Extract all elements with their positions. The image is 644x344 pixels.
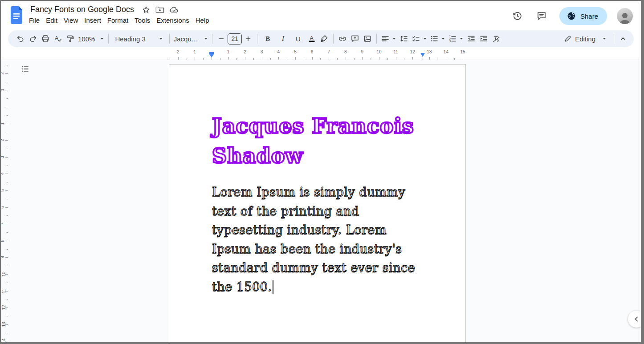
add-comment-button[interactable] [349, 32, 361, 45]
print-icon [41, 34, 50, 43]
underline-icon: U [292, 35, 304, 43]
chevron-down-icon [602, 37, 607, 40]
insert-link-button[interactable] [336, 32, 349, 45]
show-outline-button[interactable] [18, 62, 32, 76]
increase-font-size-button[interactable] [242, 32, 254, 45]
ruler-tick [5, 190, 8, 191]
toolbar-divider [169, 34, 170, 44]
menu-view[interactable]: View [61, 16, 81, 25]
line-spacing-button[interactable] [398, 32, 410, 45]
numbered-list-icon: 123 [448, 34, 457, 43]
right-indent-marker[interactable] [420, 53, 425, 57]
first-line-indent-marker[interactable] [209, 52, 214, 54]
menu-insert[interactable]: Insert [81, 16, 104, 25]
ruler-tick [362, 57, 363, 60]
cloud-check-icon[interactable] [170, 6, 179, 13]
chevron-down-icon [204, 37, 208, 40]
highlight-icon [320, 34, 329, 43]
clear-formatting-button[interactable] [490, 32, 502, 45]
text-color-button[interactable]: A [306, 32, 318, 45]
star-icon[interactable] [142, 6, 150, 14]
redo-button[interactable] [27, 32, 39, 45]
italic-icon: I [277, 35, 289, 43]
document-body-text[interactable]: Lorem Ipsum is simply dummytext of the p… [212, 183, 423, 296]
font-size-input[interactable]: 21 [228, 33, 242, 45]
add-comment-icon [351, 34, 359, 43]
font-family-select[interactable]: Jacqu... [172, 32, 210, 45]
paragraph-styles-select[interactable]: Heading 3 [111, 32, 166, 45]
ruler-tick [7, 299, 8, 299]
ruler-tick [304, 58, 304, 60]
zoom-select[interactable]: 100% [77, 32, 106, 45]
document-page[interactable]: Jacques FrancoisShadow Lorem Ipsum is si… [169, 64, 466, 342]
ruler-number: 4 [277, 49, 280, 54]
paint-format-icon [66, 34, 75, 43]
ruler-tick [7, 316, 8, 316]
editing-mode-select[interactable]: Editing [559, 32, 611, 45]
docs-window: Fancy Fonts on Google Docs FileEditVie [0, 0, 644, 344]
decrease-indent-button[interactable] [465, 32, 477, 45]
ruler-number: 5 [1, 189, 5, 192]
menu-bar: FileEditViewInsertFormatToolsExtensionsH… [26, 16, 212, 25]
font-value: Jacqu... [174, 35, 197, 43]
left-indent-marker[interactable] [209, 54, 214, 57]
hide-menus-button[interactable] [617, 32, 629, 45]
ruler-number: 7 [327, 49, 330, 54]
increase-indent-button[interactable] [477, 32, 490, 45]
comments-button[interactable] [533, 7, 550, 25]
docs-logo-icon[interactable] [10, 6, 23, 24]
ruler-number: 5 [294, 49, 297, 54]
insert-image-button[interactable] [361, 32, 374, 45]
italic-button[interactable]: I [275, 32, 290, 45]
clear-formatting-icon [492, 34, 501, 43]
body-line: the 1500. [212, 278, 423, 297]
user-avatar[interactable] [617, 8, 633, 24]
bullet-list-button[interactable] [428, 32, 447, 45]
redo-icon [29, 34, 37, 43]
share-button[interactable]: Share [559, 7, 607, 25]
ruler-tick [7, 65, 8, 65]
ruler-tick [346, 57, 346, 60]
version-history-button[interactable] [509, 7, 526, 25]
menu-format[interactable]: Format [104, 16, 132, 25]
align-button[interactable] [379, 32, 398, 45]
document-heading[interactable]: Jacques FrancoisShadow [212, 111, 423, 171]
ruler-tick [7, 132, 8, 132]
ruler-number: 3 [1, 156, 5, 158]
undo-button[interactable] [14, 32, 27, 45]
heading-line: Jacques Francois [212, 111, 423, 141]
ruler-tick [438, 58, 438, 60]
checklist-button[interactable] [410, 32, 428, 45]
ruler-number: 13 [1, 322, 6, 327]
zoom-value: 100% [78, 35, 95, 43]
vertical-ruler: 211234567891011121314 [1, 60, 8, 342]
chevron-down-icon [441, 37, 445, 40]
menu-edit[interactable]: Edit [43, 16, 61, 25]
ruler-tick [446, 57, 446, 60]
ruler-number: 1 [1, 89, 5, 92]
decrease-font-size-button[interactable] [215, 32, 228, 45]
menu-extensions[interactable]: Extensions [153, 16, 192, 25]
menu-tools[interactable]: Tools [131, 16, 153, 25]
numbered-list-button[interactable]: 123 [447, 32, 465, 45]
body-line: text of the printing and [212, 202, 423, 221]
menu-file[interactable]: File [26, 16, 43, 25]
paint-format-button[interactable] [64, 32, 77, 45]
print-button[interactable] [39, 32, 52, 45]
move-folder-icon[interactable] [155, 6, 164, 14]
document-canvas: 211234567891011121314 Jacques FrancoisSh… [1, 60, 641, 342]
ruler-tick [295, 57, 296, 60]
toolbar: A 100% Heading 3 Jacqu... [8, 30, 634, 47]
menu-help[interactable]: Help [192, 16, 212, 25]
spellcheck-button[interactable]: A [52, 32, 64, 45]
document-title[interactable]: Fancy Fonts on Google Docs [29, 4, 136, 15]
ruler-tick [7, 232, 8, 233]
highlight-color-button[interactable] [318, 32, 330, 45]
spellcheck-icon: A [53, 34, 62, 43]
bold-button[interactable]: B [260, 32, 275, 45]
chevron-down-icon [100, 37, 104, 40]
ruler-tick [220, 58, 220, 60]
ruler-number: 12 [1, 305, 6, 310]
underline-button[interactable]: U [290, 32, 306, 45]
show-side-panel-button[interactable] [628, 311, 641, 328]
